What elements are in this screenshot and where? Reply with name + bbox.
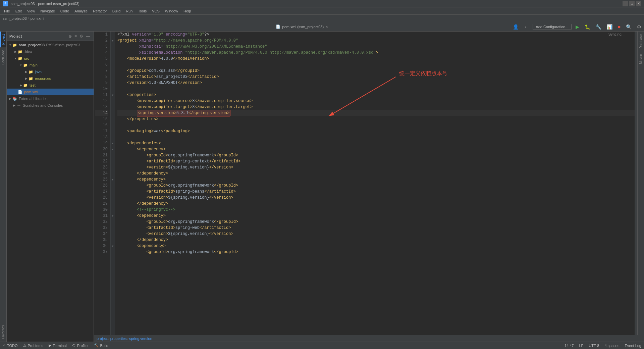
test-toggle[interactable]: ▶ — [19, 83, 23, 87]
code-line-21: <groupId>org.springframework</groupId> — [117, 152, 635, 158]
menu-vcs[interactable]: VCS — [149, 8, 162, 14]
panel-locate-btn[interactable]: ⊕ — [67, 34, 73, 39]
main-toggle[interactable]: ▾ — [19, 63, 23, 67]
panel-expand-btn[interactable]: ≡ — [73, 34, 78, 39]
line-30: 30 — [95, 207, 108, 213]
editor-content[interactable]: Syncing... 1 2 3 4 5 6 7 8 9 10 11 — [94, 32, 635, 335]
panel-settings-btn[interactable]: ⚙ — [78, 34, 84, 39]
todo-btn[interactable]: ✓ TODO — [3, 343, 18, 348]
path-file: pom.xml — [31, 16, 45, 20]
tree-toggle[interactable]: ▾ — [8, 43, 12, 47]
project-tree: ▾ 📁 ssm_project03 E:\SSM\ssm_project03 ▶… — [7, 41, 94, 342]
menu-analyze[interactable]: Analyze — [72, 8, 90, 14]
menu-build[interactable]: Build — [110, 8, 123, 14]
tree-src-label: src — [24, 56, 29, 60]
menu-view[interactable]: View — [24, 8, 38, 14]
menu-run[interactable]: Run — [123, 8, 135, 14]
tree-item-resources[interactable]: ▶ 📁 resources — [7, 75, 94, 82]
external-libs-toggle[interactable]: ▶ — [8, 97, 12, 101]
breadcrumb-spring-version[interactable]: spring.version — [129, 337, 152, 341]
position-label: 14:47 — [565, 344, 574, 348]
window-controls[interactable]: — □ ✕ — [623, 1, 641, 6]
profile-btn[interactable]: 👤 — [512, 23, 520, 30]
encoding-label: UTF-8 — [589, 344, 599, 348]
src-toggle[interactable]: ▾ — [13, 56, 17, 60]
cursor-position: 14:47 — [565, 344, 574, 348]
stop-btn[interactable]: ■ — [616, 23, 622, 30]
code-line-4: xsi:schemaLocation="http://maven.apache.… — [117, 50, 635, 56]
build-icon: 🔨 — [94, 343, 99, 348]
database-tab[interactable]: Database — [638, 32, 643, 51]
scratches-toggle[interactable]: ▶ — [12, 103, 16, 107]
tree-item-java[interactable]: ▶ 📁 java — [7, 68, 94, 75]
breadcrumb-properties[interactable]: properties — [110, 337, 127, 341]
coverage-btn[interactable]: 📊 — [605, 23, 614, 30]
back-btn[interactable]: ← — [523, 23, 530, 30]
close-button[interactable]: ✕ — [636, 1, 641, 6]
menu-edit[interactable]: Edit — [13, 8, 24, 14]
tree-item-src[interactable]: ▾ 📁 src — [7, 55, 94, 62]
lf-label: LF — [579, 344, 583, 348]
line-37: 37 — [95, 249, 108, 255]
tree-test-label: test — [30, 83, 36, 87]
breadcrumb-project[interactable]: project — [97, 337, 108, 341]
leetcode-tab[interactable]: LeetCode — [1, 47, 6, 67]
code-line-29: </dependency> — [117, 201, 635, 207]
line-28: 28 — [95, 195, 108, 201]
line-3: 3 — [95, 44, 108, 50]
menu-navigate[interactable]: Navigate — [38, 8, 57, 14]
tree-item-test[interactable]: ▶ 📁 test — [7, 82, 94, 89]
profile-run-btn[interactable]: 🔧 — [594, 23, 603, 30]
line-separator[interactable]: LF — [579, 344, 583, 348]
menu-refactor[interactable]: Refactor — [90, 8, 110, 14]
menu-tools[interactable]: Tools — [135, 8, 149, 14]
menu-file[interactable]: File — [1, 8, 13, 14]
code-line-12: <maven.compiler.source>8</maven.compiler… — [117, 98, 635, 104]
favorites-tab[interactable]: Favorites — [1, 322, 6, 342]
project-icon: 📁 — [12, 42, 17, 48]
editor-container: Syncing... 1 2 3 4 5 6 7 8 9 10 11 — [94, 32, 644, 342]
panel-toolbar: ⊕ ≡ ⚙ — — [67, 34, 91, 39]
line-12: 12 — [95, 98, 108, 104]
problems-btn[interactable]: ⚠ Problems — [23, 343, 43, 348]
run-btn[interactable]: ▶ — [574, 23, 581, 30]
tree-item-main[interactable]: ▾ 📁 main — [7, 62, 94, 68]
terminal-btn[interactable]: ▶ Terminal — [49, 343, 67, 348]
idea-toggle[interactable]: ▶ — [13, 50, 17, 54]
code-line-13: <maven.compiler.target>8</maven.compiler… — [117, 104, 635, 110]
resources-toggle[interactable]: ▶ — [24, 77, 28, 81]
code-line-32: <groupId>org.springframework</groupId> — [117, 219, 635, 225]
code-line-17: <packaging>war</packaging> — [117, 128, 635, 134]
event-log-btn[interactable]: Event Log — [625, 344, 641, 348]
search-everywhere-btn[interactable]: 🔍 — [625, 23, 633, 30]
tree-item-scratches[interactable]: ▶ ✏ Scratches and Consoles — [7, 102, 94, 109]
line-2: 2 — [95, 38, 108, 44]
code-lines[interactable]: <?xml version="1.0" encoding="UTF-8"?> <… — [115, 32, 635, 335]
tree-item-idea[interactable]: ▶ 📁 .idea — [7, 48, 94, 55]
menu-window[interactable]: Window — [162, 8, 181, 14]
project-tab[interactable]: Project — [0, 32, 6, 47]
maximize-button[interactable]: □ — [629, 1, 635, 6]
settings-btn[interactable]: ⚙ — [636, 23, 643, 30]
build-btn[interactable]: 🔨 Build — [94, 343, 108, 348]
tree-item-external-libs[interactable]: ▶ 📚 External Libraries — [7, 95, 94, 102]
tree-item-pomxml[interactable]: 📄 pom.xml — [7, 89, 94, 95]
java-toggle[interactable]: ▶ — [24, 70, 28, 74]
maven-tab[interactable]: Maven — [638, 51, 643, 67]
profiler-btn[interactable]: ⏱ Profiler — [72, 344, 89, 348]
code-line-1: <?xml version="1.0" encoding="UTF-8"?> — [117, 32, 635, 38]
menu-code[interactable]: Code — [58, 8, 72, 14]
code-line-8: <artifactId>ssm_project03</artifactId> — [117, 74, 635, 80]
tree-item-root[interactable]: ▾ 📁 ssm_project03 E:\SSM\ssm_project03 — [7, 42, 94, 48]
menu-help[interactable]: Help — [181, 8, 194, 14]
debug-btn[interactable]: 🐛 — [583, 23, 592, 30]
add-configuration-button[interactable]: Add Configuration... — [533, 24, 571, 30]
minimize-button[interactable]: — — [623, 1, 628, 6]
scrollbar-vertical[interactable] — [635, 32, 637, 335]
indent-btn[interactable]: 4 spaces — [604, 344, 619, 348]
panel-hide-btn[interactable]: — — [85, 34, 91, 39]
build-label: Build — [100, 344, 108, 348]
encoding-btn[interactable]: UTF-8 — [589, 344, 599, 348]
pomxml-icon: 📄 — [17, 89, 23, 95]
line-1: 1 — [95, 32, 108, 38]
